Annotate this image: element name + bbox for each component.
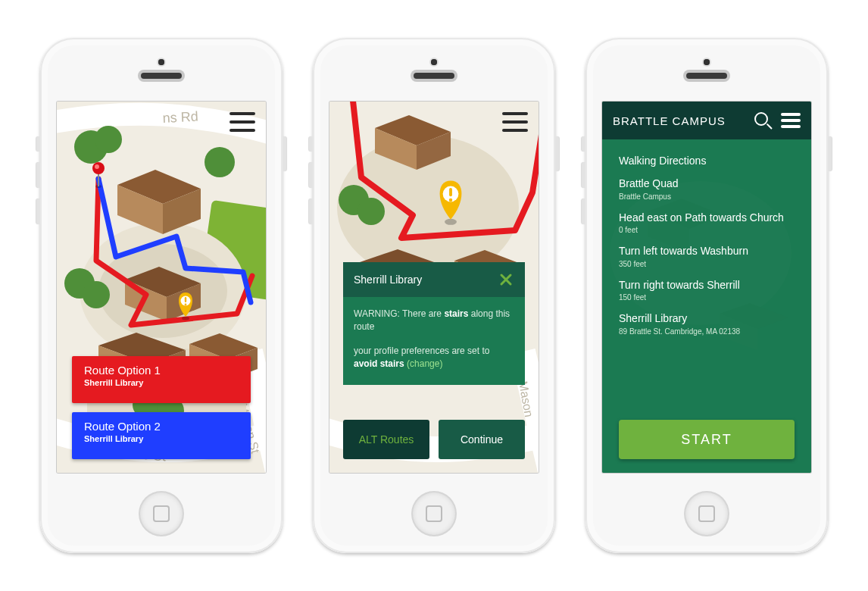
svg-rect-29: [185, 297, 186, 302]
screen-walking-directions: BRATTLE CAMPUS Walking Directions Brattl…: [602, 102, 811, 473]
phone-side-buttons: [309, 136, 313, 235]
direction-step: Brattle Quad Brattle Campus: [619, 177, 795, 201]
hamburger-menu-icon[interactable]: [502, 112, 528, 132]
warning-text: WARNING: There are stairs along this rou…: [354, 308, 514, 334]
phone-mock-2: Brattle St Mason: [313, 38, 555, 553]
phone-speaker: [686, 73, 727, 79]
route-option-2[interactable]: Route Option 2 Sherrill Library: [72, 412, 251, 459]
continue-button[interactable]: Continue: [439, 420, 525, 459]
route-option-1[interactable]: Route Option 1 Sherrill Library: [72, 356, 251, 403]
svg-point-26: [95, 164, 99, 169]
phone-power-button: [283, 136, 286, 171]
alt-routes-button[interactable]: ALT Routes: [343, 420, 429, 459]
direction-step: Turn left towards Washburn 350 feet: [619, 245, 795, 268]
phone-side-buttons: [582, 136, 585, 235]
close-icon[interactable]: [498, 271, 514, 288]
warning-body: WARNING: There are stairs along this rou…: [343, 297, 525, 385]
page-title: BRATTLE CAMPUS: [613, 114, 745, 127]
warning-header: Sherrill Library: [343, 262, 525, 297]
svg-point-5: [95, 126, 122, 153]
svg-point-30: [185, 304, 187, 306]
road-label: ns Rd: [162, 109, 198, 126]
phone-mock-3: BRATTLE CAMPUS Walking Directions Brattl…: [585, 38, 828, 553]
screen-route-warning: Brattle St Mason: [329, 102, 539, 473]
route-title: Route Option 1: [84, 364, 239, 377]
svg-point-46: [445, 219, 457, 225]
direction-step: Turn right towards Sherrill 150 feet: [619, 279, 795, 302]
direction-step: Sherrill Library 89 Brattle St. Cambridg…: [619, 312, 795, 336]
route-subtitle: Sherrill Library: [84, 434, 239, 443]
preference-text: your profile preferences are set to avoi…: [354, 345, 514, 371]
phone-home-button: [140, 492, 183, 535]
phone-power-button: [828, 136, 832, 171]
phone-speaker: [141, 73, 182, 79]
hamburger-menu-icon[interactable]: [229, 112, 255, 132]
warning-title: Sherrill Library: [354, 272, 422, 287]
route-subtitle: Sherrill Library: [84, 378, 239, 387]
svg-point-34: [358, 198, 385, 225]
direction-step: Head east on Path towards Church 0 feet: [619, 211, 795, 235]
svg-point-49: [449, 199, 452, 202]
svg-point-27: [182, 317, 189, 321]
hamburger-menu-icon[interactable]: [781, 113, 801, 128]
screen-route-options: ns Rd Brattle St Mason St: [57, 102, 266, 473]
warning-actions: ALT Routes Continue: [343, 420, 525, 459]
route-options-list: Route Option 1 Sherrill Library Route Op…: [72, 356, 251, 459]
phone-home-button: [685, 492, 728, 535]
topbar: BRATTLE CAMPUS: [602, 102, 811, 139]
directions-panel: Walking Directions Brattle Quad Brattle …: [602, 139, 811, 473]
warning-sheet: Sherrill Library WARNING: There are stai…: [343, 262, 525, 385]
svg-point-8: [205, 147, 235, 177]
search-icon[interactable]: [754, 111, 772, 130]
route-title: Route Option 2: [84, 420, 239, 433]
phone-home-button: [413, 492, 455, 535]
directions-section-title: Walking Directions: [619, 155, 795, 167]
phone-mock-1: ns Rd Brattle St Mason St: [40, 38, 283, 553]
phone-side-buttons: [36, 136, 40, 235]
change-preferences-link[interactable]: (change): [407, 358, 442, 369]
svg-rect-48: [449, 188, 452, 196]
phone-speaker: [414, 73, 454, 79]
start-button[interactable]: START: [619, 420, 795, 459]
svg-point-7: [83, 281, 110, 308]
phone-power-button: [555, 136, 559, 171]
